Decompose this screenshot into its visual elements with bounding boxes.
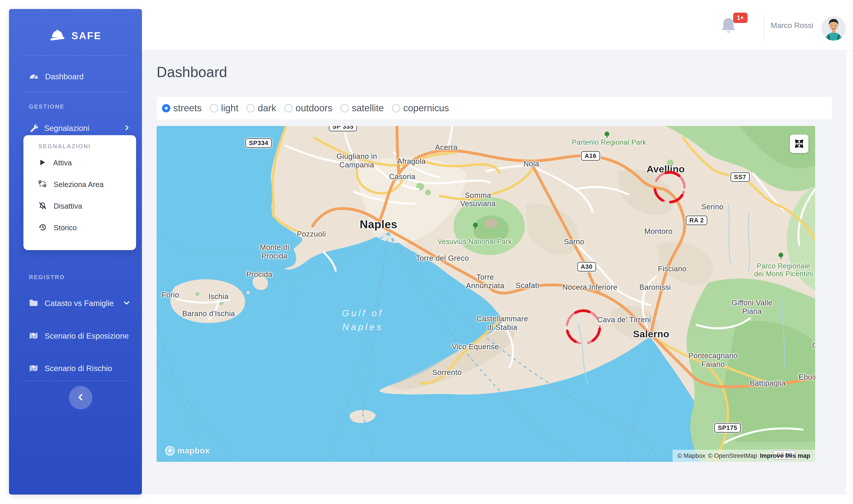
map-place-label-ischia: Ischia: [208, 292, 229, 301]
map-place-label-casoria: Casoria: [389, 172, 415, 181]
radio-copernicus[interactable]: [392, 104, 400, 112]
map-style-option-satellite[interactable]: satellite: [341, 103, 384, 113]
road-shield-sp175: SP175: [714, 423, 741, 433]
header-divider: [764, 16, 764, 41]
map-style-option-outdoors[interactable]: outdoors: [284, 103, 332, 113]
map-place-label-forio: Forio: [162, 291, 179, 299]
chevron-down-icon: [123, 299, 130, 307]
select-area-icon: [38, 180, 47, 189]
attribution-osm[interactable]: © OpenStreetMap: [708, 452, 757, 460]
submenu-item-disattiva[interactable]: Disattiva: [38, 195, 136, 217]
user-name[interactable]: Marco Rossi: [771, 0, 813, 51]
app-root: SAFE Dashboard GESTIONE Segnalazioni: [0, 0, 853, 504]
road-shield-a16: A16: [581, 151, 600, 161]
map-place-label-battipaglia: Battipaglia: [750, 379, 786, 388]
mapbox-icon: [165, 446, 175, 456]
sidebar-divider: [23, 381, 128, 381]
sidebar-item-label: Scenario di Rischio: [44, 364, 112, 373]
map-canvas[interactable]: Giugliano in CampaniaAcerraAfragolaCasor…: [157, 126, 815, 462]
submenu-item-attiva[interactable]: Attiva: [38, 152, 136, 174]
play-icon: [38, 158, 47, 167]
wrench-icon: [29, 123, 38, 133]
mapbox-logo[interactable]: mapbox: [165, 446, 210, 456]
radio-dark[interactable]: [247, 104, 255, 112]
radio-label: outdoors: [296, 103, 332, 113]
road-shield-a30: A30: [577, 262, 596, 271]
map-place-label-monte-di-procida: Monte di Procida: [260, 243, 289, 260]
submenu-item-label: Seleziona Area: [54, 180, 104, 189]
sidebar-item-label: Segnalazioni: [44, 124, 89, 133]
sidebar-item-label: Dashboard: [45, 72, 84, 81]
submenu-item-label: Storico: [54, 223, 77, 232]
tree-icon: [472, 222, 479, 231]
map-place-label-torre-annunziata: Torre Annunziata: [466, 273, 504, 290]
sidebar-item-scenario-rischio[interactable]: Scenario di Rischio: [9, 358, 142, 379]
fullscreen-button[interactable]: [790, 134, 809, 153]
road-shield-sp-335: SP 335: [329, 126, 357, 131]
map-style-option-streets[interactable]: streets: [162, 103, 202, 113]
map-place-label-sarno: Sarno: [564, 237, 584, 246]
radio-satellite[interactable]: [341, 104, 349, 112]
map-place-label-pozzuoli: Pozzuoli: [297, 230, 326, 238]
sidebar-item-label: Catasto vs Famiglie: [44, 299, 114, 308]
tree-icon: [604, 131, 610, 140]
submenu-item-storico[interactable]: Storico: [38, 217, 136, 239]
sidebar-item-dashboard[interactable]: Dashboard: [9, 66, 142, 87]
map-place-label-nocera-inferiore: Nocera Inferiore: [562, 283, 618, 291]
sidebar: SAFE Dashboard GESTIONE Segnalazioni: [9, 9, 142, 494]
map-place-label-giugliano-in-campania: Giugliano in Campania: [337, 152, 377, 169]
map-place-label-gulf-of-naples: Gulf of Naples: [342, 306, 383, 334]
radio-outdoors[interactable]: [284, 104, 293, 112]
segnalazioni-submenu: SEGNALAZIONI Attiva Seleziona Area: [23, 135, 136, 250]
map-place-label-barano-d-ischia: Barano d'Ischia: [182, 309, 235, 318]
submenu-item-label: Attiva: [53, 159, 72, 167]
road-shield-sp334: SP334: [246, 138, 272, 148]
map-style-option-dark[interactable]: dark: [247, 103, 276, 113]
map-place-label-montoro: Montoro: [645, 227, 673, 236]
map-base-layer: [157, 126, 815, 462]
map-place-label-procida: Procida: [246, 270, 272, 279]
chevron-right-icon: [124, 124, 130, 132]
map-place-label-torre-del-greco: Torre del Greco: [416, 254, 469, 263]
radio-label: copernicus: [403, 103, 449, 113]
top-header: 1+ Marco Rossi: [142, 0, 853, 51]
map-place-label-afragola: Afragola: [397, 157, 426, 166]
dashboard-icon: [29, 72, 39, 81]
expand-icon: [794, 139, 804, 149]
avatar[interactable]: [821, 16, 846, 40]
map-place-label-naples: Naples: [360, 218, 397, 231]
map-style-option-copernicus[interactable]: copernicus: [392, 103, 449, 113]
map-style-option-light[interactable]: light: [210, 103, 238, 113]
sidebar-item-catasto-vs-famiglie[interactable]: Catasto vs Famiglie: [9, 293, 142, 313]
submenu-item-seleziona-area[interactable]: Seleziona Area: [38, 174, 136, 195]
map-pin-icon: [29, 364, 38, 373]
map-place-label-cava-de-tirreni: Cava de' Tirreni: [597, 316, 651, 324]
tree-icon: [778, 252, 784, 261]
radio-light[interactable]: [210, 104, 218, 112]
map-place-label-nola: Nola: [523, 160, 539, 168]
page-title: Dashboard: [157, 64, 227, 80]
main-content: Dashboard streetslightdarkoutdoorssatell…: [142, 51, 846, 494]
alert-marker-1[interactable]: [652, 169, 688, 206]
sidebar-collapse-button[interactable]: [69, 386, 92, 409]
attribution-improve-link[interactable]: Improve this map: [760, 452, 810, 460]
map-place-label-somma-vesuviana: Somma Vesuviana: [460, 191, 496, 208]
map-place-label-serino: Serino: [701, 202, 723, 211]
map-place-label-scafati: Scafati: [515, 281, 539, 290]
radio-label: satellite: [352, 103, 384, 113]
radio-streets[interactable]: [162, 104, 170, 112]
radio-label: light: [221, 103, 238, 113]
sidebar-item-scenario-esposizione[interactable]: Scenario di Esposizione: [9, 326, 142, 346]
submenu-title: SEGNALAZIONI: [38, 143, 136, 150]
map-place-label-fisciano: Fisciano: [658, 265, 687, 273]
notifications-button[interactable]: 1+: [719, 16, 744, 40]
alert-marker-2[interactable]: [564, 308, 603, 348]
mapbox-logo-text: mapbox: [177, 446, 210, 455]
section-label-gestione: GESTIONE: [29, 103, 65, 110]
map-place-label-vico-equense: Vico Equense: [452, 342, 499, 351]
map-place-label-vesuvius-national-park: Vesuvius National Park: [438, 238, 512, 246]
road-shield-ss7: SS7: [730, 172, 750, 182]
map-place-label-acerra: Acerra: [435, 143, 458, 151]
attribution-mapbox[interactable]: © Mapbox: [677, 452, 705, 460]
map-place-label-pontecagnano-faiano: Pontecagnano Faiano: [688, 352, 738, 368]
